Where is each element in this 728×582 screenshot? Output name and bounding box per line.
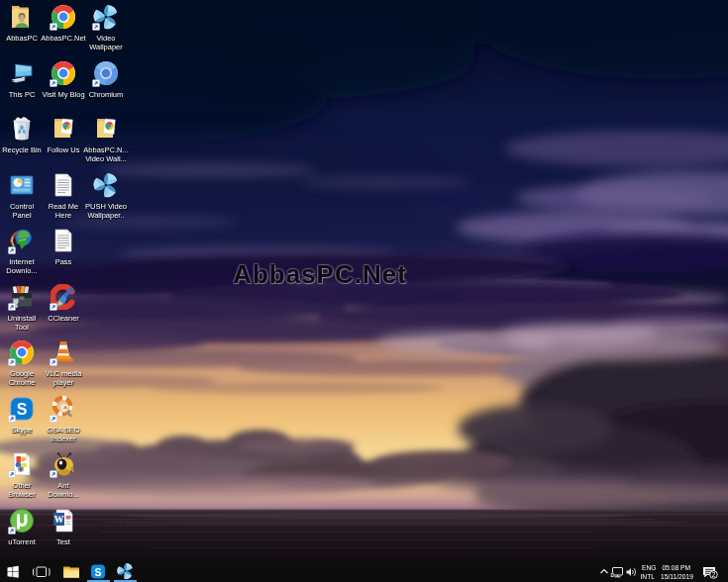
svg-text:ENG: ENG <box>642 564 657 571</box>
svg-text:2: 2 <box>712 571 716 578</box>
svg-text:05:08 PM: 05:08 PM <box>662 564 690 571</box>
svg-text:INTL: INTL <box>641 573 656 580</box>
svg-text:S: S <box>94 566 101 578</box>
svg-text:15/11/2019: 15/11/2019 <box>661 573 693 580</box>
